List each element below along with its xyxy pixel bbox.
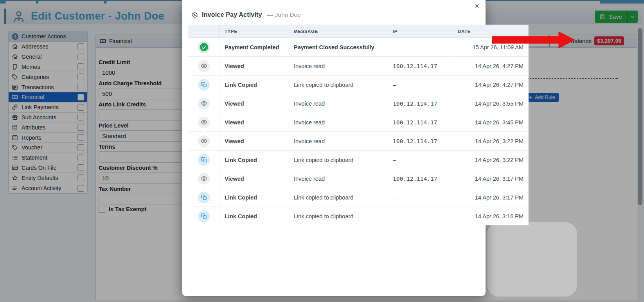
close-icon[interactable]: ×: [475, 2, 479, 10]
history-icon: [191, 12, 198, 18]
annotation-arrow: [492, 31, 575, 49]
activity-row: ViewedInvoice read100.12.114.1714 Apr 26…: [188, 132, 529, 151]
activity-row: ViewedInvoice read100.12.114.1714 Apr 26…: [188, 169, 529, 188]
activity-type: Link Copied: [220, 151, 289, 169]
activity-date: 14 Apr 26, 4:27 PM: [453, 76, 529, 94]
eye-icon: [198, 173, 210, 185]
activity-date: 14 Apr 26, 3:22 PM: [453, 132, 529, 151]
activity-row: Link CopiedLink copied to clipboard–14 A…: [188, 151, 529, 169]
activity-type: Viewed: [220, 57, 289, 76]
activity-date: 14 Apr 26, 3:45 PM: [453, 113, 529, 132]
activity-message: Link copied to clipboard: [289, 188, 388, 207]
activity-type: Viewed: [220, 94, 289, 113]
activity-date: 14 Apr 26, 3:16 PM: [453, 207, 529, 226]
modal-header: Invoice Pay Activity — John Doe: [182, 0, 486, 18]
check-circle-icon: [198, 41, 210, 53]
modal-title: Invoice Pay Activity: [202, 11, 262, 18]
activity-message: Link copied to clipboard: [289, 207, 388, 226]
activity-row: Link CopiedLink copied to clipboard–14 A…: [188, 188, 529, 207]
activity-type: Link Copied: [220, 76, 289, 94]
activity-message: Link copied to clipboard: [289, 76, 388, 94]
activity-date: 14 Apr 26, 3:22 PM: [453, 151, 529, 169]
activity-date: 14 Apr 26, 3:17 PM: [453, 188, 529, 207]
eye-icon: [198, 135, 210, 147]
background-popover: [487, 222, 577, 297]
activity-ip: 100.12.114.17: [388, 132, 453, 151]
activity-row: ViewedInvoice read100.12.114.1714 Apr 26…: [188, 94, 529, 113]
activity-ip: 100.12.114.17: [388, 57, 453, 76]
activity-row: ViewedInvoice read100.12.114.1714 Apr 26…: [188, 113, 529, 132]
column-header-message: MESSAGE: [289, 25, 388, 38]
activity-type: Viewed: [220, 169, 289, 188]
invoice-pay-activity-modal: × Invoice Pay Activity — John Doe TYPEME…: [182, 0, 486, 296]
eye-icon: [198, 98, 210, 110]
activity-row: Payment CompletedPayment Closed Successf…: [188, 38, 529, 57]
column-header-icon: [188, 25, 220, 38]
activity-type: Viewed: [220, 113, 289, 132]
activity-type: Payment Completed: [220, 38, 289, 57]
activity-ip: –: [388, 151, 453, 169]
activity-row: Link CopiedLink copied to clipboard–14 A…: [188, 207, 529, 226]
copy-icon: [198, 192, 210, 203]
activity-message: Payment Closed Successfully: [289, 38, 388, 57]
activity-date: 14 Apr 26, 3:17 PM: [453, 169, 529, 188]
activity-ip: –: [388, 76, 453, 94]
activity-type: Link Copied: [220, 207, 289, 226]
activity-message: Invoice read: [289, 132, 388, 151]
activity-row: ViewedInvoice read100.12.114.1714 Apr 26…: [188, 57, 529, 76]
activity-message: Invoice read: [289, 169, 388, 188]
activity-ip: 100.12.114.17: [388, 94, 453, 113]
activity-message: Invoice read: [289, 94, 388, 113]
activity-ip: –: [388, 188, 453, 207]
activity-type: Link Copied: [220, 188, 289, 207]
activity-ip: 100.12.114.17: [388, 113, 453, 132]
activity-ip: 100.12.114.17: [388, 169, 453, 188]
column-header-type: TYPE: [220, 25, 289, 38]
screen: Edit Customer - John Doe Save Customer A…: [0, 0, 644, 302]
copy-icon: [198, 210, 210, 222]
activity-message: Link copied to clipboard: [289, 151, 388, 169]
activity-ip: –: [388, 207, 453, 226]
modal-subtitle: — John Doe: [267, 11, 301, 18]
activity-table: TYPEMESSAGEIPDATE Payment CompletedPayme…: [188, 25, 529, 225]
activity-table-header-row: TYPEMESSAGEIPDATE: [188, 25, 529, 38]
activity-date: 14 Apr 26, 3:55 PM: [453, 94, 529, 113]
activity-message: Invoice read: [289, 113, 388, 132]
activity-ip: –: [388, 38, 453, 57]
copy-icon: [198, 154, 210, 166]
activity-row: Link CopiedLink copied to clipboard–14 A…: [188, 76, 529, 94]
copy-icon: [198, 79, 210, 91]
activity-message: Invoice read: [289, 57, 388, 76]
activity-date: 14 Apr 26, 4:27 PM: [453, 57, 529, 76]
eye-icon: [198, 60, 210, 72]
column-header-ip: IP: [388, 25, 453, 38]
activity-type: Viewed: [220, 132, 289, 151]
eye-icon: [198, 117, 210, 128]
